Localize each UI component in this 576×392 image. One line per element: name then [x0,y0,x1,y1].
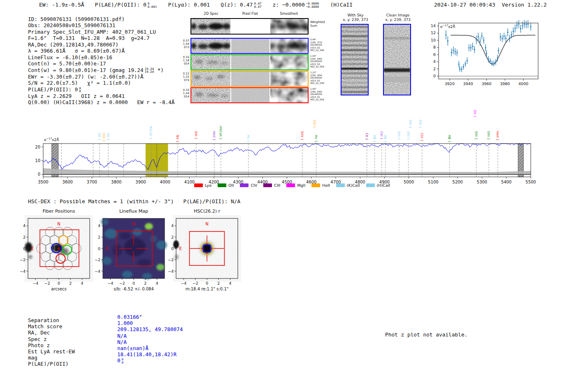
match-table-value: 1.000 [117,320,183,326]
svg-text:−4: −4 [95,269,100,274]
svg-text:3900: 3900 [135,180,146,184]
info-line-3: F=1.6" T=0.131 N=1.28 A=0.93 g=24.7 [28,35,174,41]
legend-swatch [240,183,249,187]
svg-text:e−17x2Å: e−17x2Å [44,137,59,142]
svg-text:14: 14 [431,23,436,28]
info-line12-text: LyA z = 2.2629 OII z = 0.0641 [28,93,125,99]
svg-text:s/b: -6.52 +/- 0.084: s/b: -6.52 +/- 0.084 [114,287,154,291]
svg-text:5400: 5400 [501,180,511,184]
header-segment-1: P(LAE)/P(OII): 000.001 [95,2,158,8]
sky-panel-title: With Skyx, y: 239, 373 [339,13,372,22]
info-line-2: Primary Spec_Slot_IFU_AMP: 402_077_061_L… [28,29,174,35]
match-table-label: Est LyA rest-EW [28,348,75,355]
svg-text:0: 0 [171,246,174,251]
spec2d-pixelflat-image [231,39,269,53]
info-line-1: Obs: 20240508v015_5090076131 [28,22,174,28]
svg-text:4: 4 [171,223,174,228]
svg-text:−2: −2 [95,257,100,262]
header-seg0-text: EW: -1.9±-0.5Å [39,2,84,8]
svg-text:3800: 3800 [111,180,121,184]
legend-item: (H)CaII [366,183,390,188]
match-table-value: 0.03166" [117,314,183,320]
match-table-label: Spec z [28,336,75,342]
svg-text:2: 2 [433,67,436,71]
header-summary: EW: -1.9±-0.5ÅP(LAE)/P(OII): 000.001P(Ly… [39,2,353,8]
info-line1-text: Obs: 20240508v015_5090076131 [28,22,115,28]
spec2d-row-left-label: 0.161.18054 [181,56,189,65]
svg-text:−2: −2 [168,257,174,262]
spectrum-line-label: OII { [473,110,477,117]
info-line8-text: Cont(w) = 9.80(±0.01)e-17 (gmag 19.24 [28,67,144,73]
info-line8-stack: 19.2419.24 [145,67,154,74]
svg-text:0: 0 [206,281,208,285]
svg-text:12: 12 [431,30,436,35]
match-table-value-text: 0 [117,357,121,364]
spectrum-line-label: OIII { [487,131,490,140]
svg-text:4: 4 [433,59,436,64]
svg-text:8: 8 [433,45,436,49]
match-table-value-stack: 00 [122,357,124,364]
svg-text:3600: 3600 [63,180,73,184]
svg-text:10: 10 [35,158,40,163]
spec2d-weighted-label: WeightedSum [310,21,325,28]
spec2d-smoothed-image [270,55,308,70]
legend-swatch [194,183,203,187]
report-date: 2024-10-27 00:09:43 [434,2,495,8]
spectrum-line-label: OIII { [406,131,410,140]
legend-item: HeII [311,183,330,188]
match-table-label: P(LAE)/P(OII) [28,361,75,367]
spectrum-line-label: Hβ { [448,135,451,142]
svg-text:2: 2 [98,235,100,239]
spectrum-line-label: Hβ { [383,135,387,142]
line-fit-plot: 3920394039603980400002468101214e−17x2Å [425,18,542,89]
legend-swatch [366,183,375,187]
info-line-0: ID: 5090076131 (5090076131.pdf) [28,16,174,22]
match-table-value: 000 [117,357,183,364]
cutout-title: Fiber Positions [26,209,92,214]
svg-text:−2: −2 [44,281,50,285]
svg-text:10: 10 [431,38,436,42]
spec2d-row-left-label: 0.101.44054 [181,89,189,98]
spec2d-col-header: Pixel Flat [231,12,269,16]
cutout-lineflux: NE−4−2024420−2−4s/b: -6.52 +/- 0.084 [89,215,171,293]
svg-text:3940: 3940 [463,81,473,86]
legend-label: HeII [322,183,330,188]
svg-text:4100: 4100 [184,180,195,184]
spectrum-line-label: CIV { [420,133,424,141]
spec2d-pixelflat-image [231,19,269,34]
info-line-5: λ = 3966.61Å σ = 8.69(±0.67)Å [28,48,174,54]
spec2d-smoothed-image [270,88,308,102]
spectrum-line-label: Hγ { [246,135,250,142]
header-seg4-text: z: −0.0000 [272,2,304,8]
spec2d-row-right-label: 0.46"(239, 373)20240508v015_02402_LU_040 [310,38,324,52]
spec2d-smoothed-image [270,72,308,86]
spectrum-line-label: OIII { [397,131,401,140]
match-table-label: Separation [28,317,75,323]
info-line11-sub: 0 [79,90,81,93]
legend-swatch [218,183,226,187]
legend-swatch [336,183,345,187]
svg-text:3960: 3960 [481,81,491,86]
header-seg1-text: P(LAE)/P(OII): 0 [95,2,146,8]
info-line-7: Cont(n) = 5.70(±0.00)e-17 [28,60,174,67]
svg-text:4: 4 [156,281,158,285]
spectrum-line-label: OIII { [409,120,412,128]
svg-text:−4: −4 [168,269,174,274]
spec2d-row-right-label: 1.04"(240, 540)20240508v015_03402_LU_059 [310,55,324,68]
svg-text:m:18.4 re:1.1" s:0.1": m:18.4 re:1.1" s:0.1" [186,287,229,291]
header-seg4-sub: −0.0000 [306,5,319,9]
spectrum-line-label: HeII { [212,131,216,141]
spectrum-line-label: CII { [365,133,369,140]
spectrum-line-label: Hβ { [373,135,376,142]
svg-text:0: 0 [23,246,26,251]
legend-swatch [311,183,320,187]
cutout-fiber: NE−4−2024420−2−4arcsecs [14,215,96,293]
cutout-title: HSC(26.2) r [174,209,240,214]
info-line11-stack: 00 [79,86,81,93]
svg-text:e−17x2Å: e−17x2Å [440,24,455,29]
header-segment-3: Q(z): 0.470.470.47 [221,2,262,8]
spec2d-pixelflat-image [231,72,269,86]
spec2d-row-left-label: 0.371.44073 [181,39,189,49]
legend-label: (H)CaII [377,183,390,188]
info-line-4: RA,Dec (209.128143,49.780067) [28,42,174,48]
